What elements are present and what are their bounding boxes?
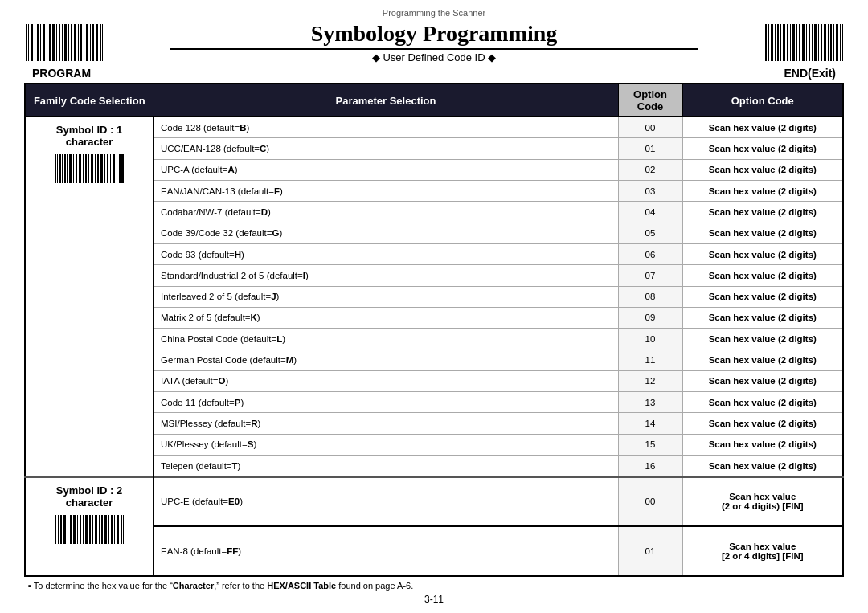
svg-rect-52 — [55, 154, 56, 183]
svg-rect-51 — [842, 24, 843, 61]
svg-rect-18 — [80, 24, 82, 61]
svg-rect-20 — [86, 24, 88, 61]
svg-rect-29 — [775, 24, 776, 61]
svg-rect-0 — [26, 24, 27, 61]
svg-rect-13 — [64, 24, 67, 61]
scan-cell: Scan hex value (2 digits) — [682, 413, 843, 434]
svg-rect-24 — [100, 24, 101, 61]
svg-rect-27 — [768, 24, 769, 61]
subtitle-diamonds: ◆ User Defined Code ID ◆ — [104, 51, 764, 63]
barcode-left — [24, 22, 104, 63]
svg-rect-97 — [121, 515, 122, 544]
svg-rect-75 — [121, 154, 124, 183]
option-code-cell: 13 — [618, 392, 682, 413]
svg-rect-22 — [92, 24, 94, 61]
svg-rect-55 — [62, 154, 63, 183]
svg-rect-86 — [85, 515, 88, 544]
svg-rect-66 — [95, 154, 96, 183]
param-cell: Code 39/Code 32 (default=G) — [154, 223, 618, 243]
svg-rect-89 — [95, 515, 97, 544]
svg-rect-12 — [62, 24, 63, 61]
svg-rect-98 — [123, 515, 124, 544]
svg-rect-40 — [809, 24, 810, 61]
scan-cell: Scan hex value (2 digits) — [682, 456, 843, 477]
option-code-cell: 02 — [618, 159, 682, 180]
svg-rect-58 — [69, 154, 72, 183]
param-cell: China Postal Code (default=L) — [154, 329, 618, 349]
svg-rect-92 — [104, 515, 107, 544]
option-code-cell: 00 — [618, 477, 682, 527]
svg-rect-42 — [814, 24, 817, 61]
svg-rect-25 — [102, 24, 103, 61]
svg-rect-4 — [37, 24, 39, 61]
option-code-cell: 05 — [618, 223, 682, 243]
scan-cell: Scan hex value (2 digits) — [682, 307, 843, 328]
svg-rect-10 — [56, 24, 57, 61]
svg-rect-62 — [83, 154, 84, 183]
scan-cell: Scan hex value (2 digits) — [682, 117, 843, 138]
svg-rect-76 — [55, 515, 56, 544]
main-table: Family Code Selection Parameter Selectio… — [24, 83, 844, 577]
scan-cell: Scan hex value (2 digits) — [682, 286, 843, 307]
param-cell: Code 93 (default=H) — [154, 243, 618, 264]
svg-rect-54 — [59, 154, 61, 183]
svg-rect-94 — [111, 515, 113, 544]
page-number: 3-11 — [24, 594, 844, 605]
svg-rect-19 — [84, 24, 84, 61]
svg-rect-57 — [67, 154, 68, 183]
option-code-cell: 09 — [618, 307, 682, 328]
svg-rect-82 — [73, 515, 76, 544]
svg-rect-96 — [117, 515, 119, 544]
option-code-cell: 01 — [618, 526, 682, 576]
scan-cell: Scan hex value (2 digits) — [682, 265, 843, 286]
svg-rect-5 — [40, 24, 41, 61]
header-family: Family Code Selection — [25, 84, 154, 117]
param-cell: German Postal Code (default=M) — [154, 349, 618, 370]
svg-rect-7 — [47, 24, 47, 61]
svg-rect-71 — [110, 154, 111, 183]
svg-rect-28 — [771, 24, 773, 61]
param-cell: Matrix 2 of 5 (default=K) — [154, 307, 618, 328]
option-code-cell: 00 — [618, 117, 682, 138]
param-cell: Code 11 (default=P) — [154, 392, 618, 413]
main-title: Symbology Programming — [104, 21, 764, 47]
scan-cell: Scan hex value (2 digits) — [682, 159, 843, 180]
param-cell: Telepen (default=T) — [154, 456, 618, 477]
header-option1: Option Code — [618, 84, 682, 117]
scan-cell: Scan hex value (2 digits) — [682, 370, 843, 391]
svg-rect-37 — [799, 24, 800, 61]
svg-rect-23 — [96, 24, 98, 61]
family-label-1: Symbol ID : 1 character — [32, 124, 146, 148]
svg-rect-87 — [89, 515, 91, 544]
option-code-cell: 07 — [618, 265, 682, 286]
svg-rect-80 — [68, 515, 68, 544]
svg-rect-79 — [63, 515, 66, 544]
svg-rect-1 — [28, 24, 29, 61]
svg-rect-34 — [790, 24, 791, 61]
scan-cell: Scan hex value (2 digits) — [682, 349, 843, 370]
header-option2: Option Code — [682, 84, 843, 117]
svg-rect-15 — [71, 24, 72, 61]
svg-rect-50 — [840, 24, 841, 61]
svg-rect-35 — [792, 24, 795, 61]
option-code-cell: 14 — [618, 413, 682, 434]
barcode-right — [764, 22, 844, 63]
svg-rect-67 — [97, 154, 99, 183]
footnote: ▪ To determine the hex value for the “Ch… — [24, 581, 844, 591]
svg-rect-78 — [60, 515, 62, 544]
option-code-cell: 04 — [618, 202, 682, 223]
svg-rect-69 — [104, 154, 105, 183]
end-label: END(Exit) — [784, 67, 836, 80]
svg-rect-73 — [117, 154, 117, 183]
svg-rect-6 — [43, 24, 45, 61]
table-row: Symbol ID : 2 character UPC-E (defa — [25, 477, 843, 527]
program-label: PROGRAM — [32, 67, 91, 80]
scan-cell: Scan hex value (2 digits) — [682, 392, 843, 413]
param-cell: EAN-8 (default=FF) — [154, 526, 618, 576]
svg-rect-70 — [107, 154, 108, 183]
header-param: Parameter Selection — [154, 84, 618, 117]
option-code-cell: 12 — [618, 370, 682, 391]
svg-rect-41 — [812, 24, 813, 61]
param-cell: Code 128 (default=B) — [154, 117, 618, 138]
svg-rect-44 — [821, 24, 822, 61]
